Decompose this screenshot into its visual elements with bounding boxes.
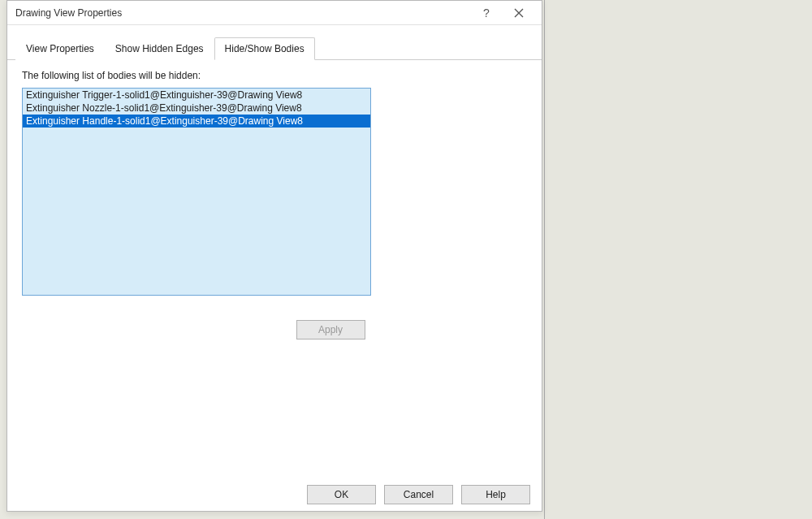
tab-bar: View Properties Show Hidden Edges Hide/S… — [7, 25, 542, 60]
dialog-footer: OK Cancel Help — [307, 485, 530, 504]
help-icon[interactable]: ? — [470, 2, 503, 24]
drawing-view-properties-dialog: Drawing View Properties ? View Propertie… — [6, 0, 542, 512]
cancel-button[interactable]: Cancel — [384, 485, 453, 504]
close-icon[interactable] — [503, 2, 535, 24]
list-item[interactable]: Extinguisher Handle-1-solid1@Extinguishe… — [23, 115, 370, 128]
tab-hide-show-bodies[interactable]: Hide/Show Bodies — [214, 37, 315, 60]
dialog-title: Drawing View Properties — [15, 7, 470, 19]
help-button[interactable]: Help — [461, 485, 530, 504]
tab-show-hidden-edges[interactable]: Show Hidden Edges — [105, 37, 214, 60]
tab-view-properties[interactable]: View Properties — [15, 37, 105, 60]
hidden-bodies-prompt: The following list of bodies will be hid… — [22, 70, 527, 81]
list-item[interactable]: Extinguisher Nozzle-1-solid1@Extinguishe… — [23, 102, 370, 115]
list-item[interactable]: Extinguisher Trigger-1-solid1@Extinguish… — [23, 89, 370, 102]
hidden-bodies-listbox[interactable]: Extinguisher Trigger-1-solid1@Extinguish… — [22, 88, 371, 296]
ok-button[interactable]: OK — [307, 485, 376, 504]
titlebar[interactable]: Drawing View Properties ? — [7, 1, 542, 25]
drawing-canvas[interactable]: 13 — [544, 0, 812, 519]
apply-button[interactable]: Apply — [296, 320, 365, 340]
